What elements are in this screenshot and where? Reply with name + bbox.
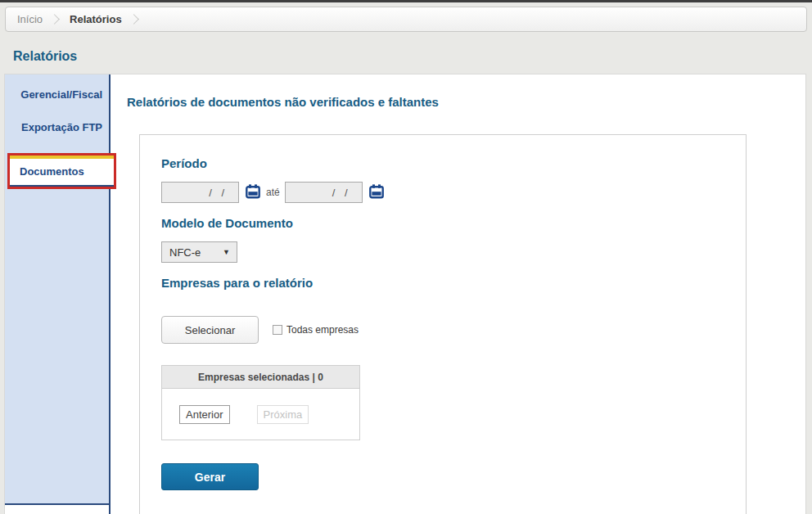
next-page-button[interactable]: Próxima [257, 405, 309, 424]
companies-select-row: Selecionar Todas empresas [161, 316, 746, 344]
model-heading: Modelo de Documento [161, 216, 746, 230]
sidebar-panel: Gerencial/Fiscal Exportação FTP Document… [5, 74, 109, 505]
content-wrapper: Gerencial/Fiscal Exportação FTP Document… [4, 74, 806, 514]
breadcrumb-home[interactable]: Início [17, 13, 43, 25]
report-heading: Relatórios de documentos não verificados… [127, 95, 805, 109]
dropdown-arrow-icon: ▼ [223, 248, 230, 256]
breadcrumb: Início Relatórios [5, 7, 807, 32]
chevron-right-icon [129, 14, 139, 25]
main-area: Relatórios de documentos não verificados… [111, 74, 805, 514]
chevron-right-icon [49, 14, 60, 25]
period-from-input[interactable] [161, 182, 239, 203]
generate-report-button[interactable]: Gerar [161, 463, 259, 490]
calendar-icon [369, 189, 384, 201]
companies-heading: Empresas para o relatório [161, 276, 746, 290]
page-title: Relatórios [13, 49, 812, 64]
annotation-red-box: Documentos [7, 153, 116, 189]
calendar-icon [246, 189, 260, 201]
all-companies-label: Todas empresas [286, 324, 359, 336]
select-companies-button[interactable]: Selecionar [161, 316, 259, 344]
breadcrumb-current[interactable]: Relatórios [70, 13, 122, 25]
period-heading: Período [161, 156, 746, 170]
selected-companies-table: Empresas selecionadas | 0 Anterior Próxi… [161, 365, 360, 440]
previous-page-button[interactable]: Anterior [179, 405, 230, 424]
all-companies-checkbox[interactable] [273, 325, 282, 335]
period-to-input[interactable] [285, 182, 363, 203]
selected-companies-table-body: Anterior Próxima [162, 389, 359, 440]
sidebar-item-exportacao-ftp[interactable]: Exportação FTP [5, 120, 109, 135]
document-model-selected-value: NFC-e [169, 246, 201, 259]
calendar-icon-to-button[interactable] [369, 184, 384, 201]
calendar-icon-from-button[interactable] [246, 184, 260, 201]
sidebar-item-documentos[interactable]: Documentos [10, 156, 114, 187]
report-form-panel: Período até [139, 134, 747, 514]
sidebar: Gerencial/Fiscal Exportação FTP Document… [5, 74, 111, 514]
window-top-edge [0, 0, 812, 2]
sidebar-item-gerencial-fiscal[interactable]: Gerencial/Fiscal [5, 88, 109, 102]
period-row: até [161, 182, 746, 203]
document-model-select[interactable]: NFC-e ▼ [161, 241, 237, 263]
all-companies-option[interactable]: Todas empresas [273, 324, 359, 336]
until-label: até [266, 187, 280, 198]
selected-companies-table-header: Empresas selecionadas | 0 [162, 366, 359, 389]
